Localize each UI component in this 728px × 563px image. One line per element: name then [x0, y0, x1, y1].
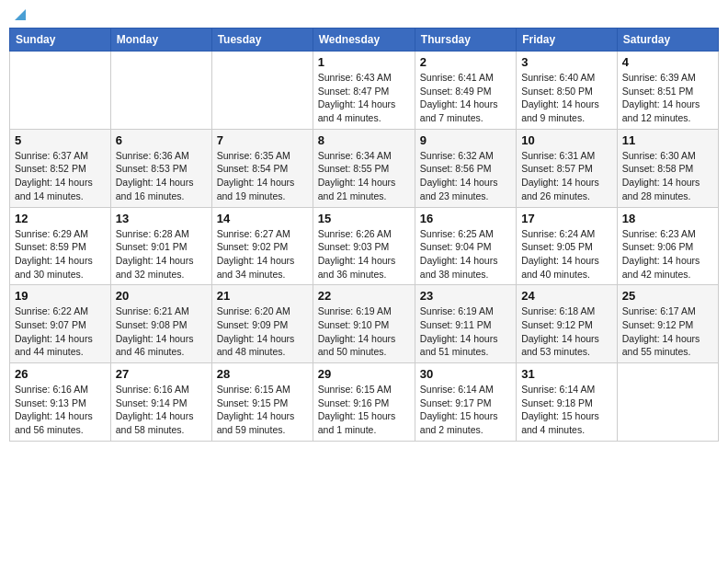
- header-saturday: Saturday: [617, 29, 718, 52]
- day-cell: 18 Sunrise: 6:23 AMSunset: 9:06 PMDaylig…: [617, 207, 718, 285]
- day-info: Sunrise: 6:30 AMSunset: 8:58 PMDaylight:…: [622, 149, 713, 203]
- day-info: Sunrise: 6:43 AMSunset: 8:47 PMDaylight:…: [318, 71, 410, 125]
- day-info: Sunrise: 6:32 AMSunset: 8:56 PMDaylight:…: [420, 149, 511, 203]
- day-cell: 7 Sunrise: 6:35 AMSunset: 8:54 PMDayligh…: [211, 129, 313, 207]
- day-number: 22: [318, 289, 410, 303]
- day-number: 2: [420, 55, 511, 69]
- day-info: Sunrise: 6:37 AMSunset: 8:52 PMDaylight:…: [15, 149, 106, 203]
- header-row: SundayMondayTuesdayWednesdayThursdayFrid…: [10, 29, 719, 52]
- day-number: 16: [420, 212, 511, 225]
- day-cell: 15 Sunrise: 6:26 AMSunset: 9:03 PMDaylig…: [313, 207, 415, 285]
- header-thursday: Thursday: [415, 29, 516, 52]
- day-number: 10: [521, 133, 612, 147]
- day-number: 24: [521, 289, 612, 303]
- day-number: 1: [318, 55, 410, 69]
- day-number: 25: [622, 289, 713, 303]
- day-cell: 28 Sunrise: 6:15 AMSunset: 9:15 PMDaylig…: [211, 363, 313, 442]
- day-cell: 5 Sunrise: 6:37 AMSunset: 8:52 PMDayligh…: [10, 129, 111, 207]
- day-number: 8: [318, 133, 410, 147]
- day-number: 7: [217, 133, 308, 147]
- day-cell: 10 Sunrise: 6:31 AMSunset: 8:57 PMDaylig…: [517, 129, 618, 207]
- day-info: Sunrise: 6:24 AMSunset: 9:05 PMDaylight:…: [521, 227, 612, 282]
- day-cell: 4 Sunrise: 6:39 AMSunset: 8:51 PMDayligh…: [617, 52, 718, 130]
- day-info: Sunrise: 6:14 AMSunset: 9:17 PMDaylight:…: [420, 383, 511, 437]
- day-cell: 16 Sunrise: 6:25 AMSunset: 9:04 PMDaylig…: [415, 207, 516, 285]
- day-number: 4: [622, 55, 713, 69]
- day-info: Sunrise: 6:14 AMSunset: 9:18 PMDaylight:…: [521, 383, 612, 437]
- day-info: Sunrise: 6:15 AMSunset: 9:15 PMDaylight:…: [217, 383, 308, 437]
- day-info: Sunrise: 6:41 AMSunset: 8:49 PMDaylight:…: [420, 71, 511, 125]
- day-info: Sunrise: 6:39 AMSunset: 8:51 PMDaylight:…: [622, 71, 713, 125]
- week-row-1: 1 Sunrise: 6:43 AMSunset: 8:47 PMDayligh…: [10, 52, 719, 130]
- day-number: 20: [116, 289, 207, 303]
- header-wednesday: Wednesday: [313, 29, 415, 52]
- day-info: Sunrise: 6:20 AMSunset: 9:09 PMDaylight:…: [217, 304, 308, 359]
- day-info: Sunrise: 6:27 AMSunset: 9:02 PMDaylight:…: [217, 227, 308, 282]
- day-cell: [617, 363, 718, 442]
- day-number: 30: [420, 367, 511, 381]
- day-info: Sunrise: 6:15 AMSunset: 9:16 PMDaylight:…: [318, 383, 410, 437]
- header-monday: Monday: [110, 29, 211, 52]
- calendar-table: SundayMondayTuesdayWednesdayThursdayFrid…: [9, 28, 719, 442]
- day-number: 17: [521, 212, 612, 225]
- day-cell: 1 Sunrise: 6:43 AMSunset: 8:47 PMDayligh…: [313, 52, 415, 130]
- day-cell: 26 Sunrise: 6:16 AMSunset: 9:13 PMDaylig…: [10, 363, 111, 442]
- day-cell: 17 Sunrise: 6:24 AMSunset: 9:05 PMDaylig…: [517, 207, 618, 285]
- day-number: 5: [15, 133, 106, 147]
- day-info: Sunrise: 6:17 AMSunset: 9:12 PMDaylight:…: [622, 304, 713, 359]
- logo: [13, 9, 26, 20]
- day-info: Sunrise: 6:16 AMSunset: 9:14 PMDaylight:…: [116, 383, 207, 437]
- day-number: 31: [521, 367, 612, 381]
- day-number: 12: [15, 212, 106, 225]
- day-info: Sunrise: 6:16 AMSunset: 9:13 PMDaylight:…: [15, 383, 106, 437]
- day-cell: 13 Sunrise: 6:28 AMSunset: 9:01 PMDaylig…: [110, 207, 211, 285]
- day-cell: 19 Sunrise: 6:22 AMSunset: 9:07 PMDaylig…: [10, 285, 111, 363]
- day-cell: 23 Sunrise: 6:19 AMSunset: 9:11 PMDaylig…: [415, 285, 516, 363]
- day-number: 21: [217, 289, 308, 303]
- day-cell: 6 Sunrise: 6:36 AMSunset: 8:53 PMDayligh…: [110, 129, 211, 207]
- day-info: Sunrise: 6:19 AMSunset: 9:10 PMDaylight:…: [318, 304, 410, 359]
- day-info: Sunrise: 6:34 AMSunset: 8:55 PMDaylight:…: [318, 149, 410, 203]
- day-info: Sunrise: 6:25 AMSunset: 9:04 PMDaylight:…: [420, 227, 511, 282]
- header-friday: Friday: [517, 29, 618, 52]
- week-row-4: 19 Sunrise: 6:22 AMSunset: 9:07 PMDaylig…: [10, 285, 719, 363]
- day-number: 15: [318, 212, 410, 225]
- day-cell: 29 Sunrise: 6:15 AMSunset: 9:16 PMDaylig…: [313, 363, 415, 442]
- week-row-2: 5 Sunrise: 6:37 AMSunset: 8:52 PMDayligh…: [10, 129, 719, 207]
- day-cell: [211, 52, 313, 130]
- day-cell: 8 Sunrise: 6:34 AMSunset: 8:55 PMDayligh…: [313, 129, 415, 207]
- day-cell: 25 Sunrise: 6:17 AMSunset: 9:12 PMDaylig…: [617, 285, 718, 363]
- header-sunday: Sunday: [10, 29, 111, 52]
- day-number: 9: [420, 133, 511, 147]
- week-row-5: 26 Sunrise: 6:16 AMSunset: 9:13 PMDaylig…: [10, 363, 719, 442]
- header-tuesday: Tuesday: [211, 29, 313, 52]
- day-cell: 27 Sunrise: 6:16 AMSunset: 9:14 PMDaylig…: [110, 363, 211, 442]
- day-info: Sunrise: 6:40 AMSunset: 8:50 PMDaylight:…: [521, 71, 612, 125]
- day-info: Sunrise: 6:28 AMSunset: 9:01 PMDaylight:…: [116, 227, 207, 282]
- day-info: Sunrise: 6:22 AMSunset: 9:07 PMDaylight:…: [15, 304, 106, 359]
- day-cell: 9 Sunrise: 6:32 AMSunset: 8:56 PMDayligh…: [415, 129, 516, 207]
- day-cell: 31 Sunrise: 6:14 AMSunset: 9:18 PMDaylig…: [517, 363, 618, 442]
- day-info: Sunrise: 6:18 AMSunset: 9:12 PMDaylight:…: [521, 304, 612, 359]
- day-number: 28: [217, 367, 308, 381]
- week-row-3: 12 Sunrise: 6:29 AMSunset: 8:59 PMDaylig…: [10, 207, 719, 285]
- day-cell: 21 Sunrise: 6:20 AMSunset: 9:09 PMDaylig…: [211, 285, 313, 363]
- day-cell: 30 Sunrise: 6:14 AMSunset: 9:17 PMDaylig…: [415, 363, 516, 442]
- day-cell: 14 Sunrise: 6:27 AMSunset: 9:02 PMDaylig…: [211, 207, 313, 285]
- page-header: [9, 9, 719, 20]
- day-cell: 12 Sunrise: 6:29 AMSunset: 8:59 PMDaylig…: [10, 207, 111, 285]
- day-info: Sunrise: 6:35 AMSunset: 8:54 PMDaylight:…: [217, 149, 308, 203]
- day-info: Sunrise: 6:26 AMSunset: 9:03 PMDaylight:…: [318, 227, 410, 282]
- day-info: Sunrise: 6:19 AMSunset: 9:11 PMDaylight:…: [420, 304, 511, 359]
- day-cell: 2 Sunrise: 6:41 AMSunset: 8:49 PMDayligh…: [415, 52, 516, 130]
- day-cell: 20 Sunrise: 6:21 AMSunset: 9:08 PMDaylig…: [110, 285, 211, 363]
- day-info: Sunrise: 6:29 AMSunset: 8:59 PMDaylight:…: [15, 227, 106, 282]
- day-number: 29: [318, 367, 410, 381]
- day-cell: [10, 52, 111, 130]
- day-number: 19: [15, 289, 106, 303]
- day-cell: 22 Sunrise: 6:19 AMSunset: 9:10 PMDaylig…: [313, 285, 415, 363]
- day-number: 14: [217, 212, 308, 225]
- day-number: 13: [116, 212, 207, 225]
- day-info: Sunrise: 6:23 AMSunset: 9:06 PMDaylight:…: [622, 227, 713, 282]
- day-number: 27: [116, 367, 207, 381]
